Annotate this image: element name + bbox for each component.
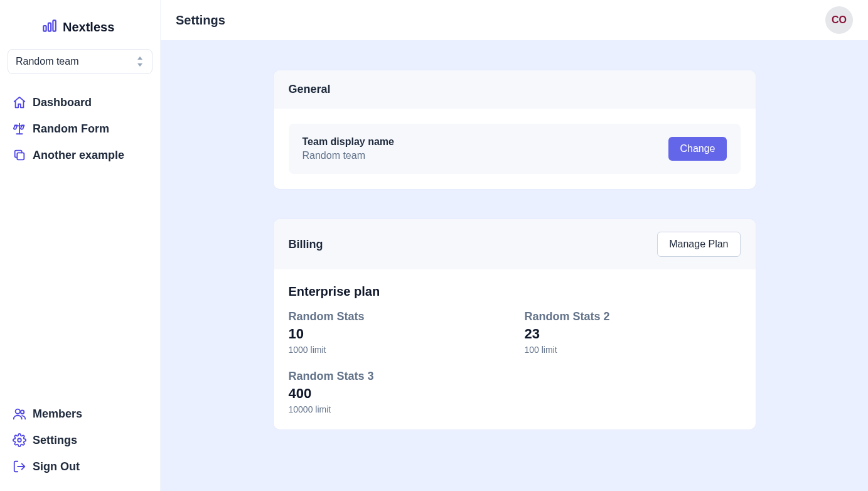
- users-icon: [13, 407, 26, 421]
- stat-name: Random Stats 3: [289, 370, 505, 383]
- svg-point-6: [18, 438, 21, 442]
- svg-rect-1: [48, 23, 51, 31]
- stat-block: Random Stats 10 1000 limit: [289, 310, 505, 355]
- sidebar-item-another-example[interactable]: Another example: [8, 143, 153, 167]
- sidebar-item-label: Dashboard: [33, 96, 92, 109]
- sidebar-item-label: Settings: [33, 434, 77, 447]
- brand-name: Nextless: [63, 20, 114, 35]
- team-display-name-row: Team display name Random team Change: [289, 124, 741, 174]
- team-display-name-label: Team display name: [303, 136, 394, 148]
- stat-limit: 100 limit: [525, 345, 741, 355]
- stat-limit: 1000 limit: [289, 345, 505, 355]
- content-area: General Team display name Random team Ch…: [161, 40, 868, 491]
- svg-rect-0: [43, 26, 46, 31]
- stats-grid: Random Stats 10 1000 limit Random Stats …: [289, 310, 741, 414]
- content-container: General Team display name Random team Ch…: [274, 70, 756, 429]
- billing-card: Billing Manage Plan Enterprise plan Rand…: [274, 219, 756, 429]
- app-root: Nextless Random team Dashboard Random Fo…: [0, 0, 868, 491]
- team-display-name-value: Random team: [303, 150, 394, 161]
- home-icon: [13, 95, 26, 109]
- stat-name: Random Stats 2: [525, 310, 741, 323]
- stat-name: Random Stats: [289, 310, 505, 323]
- billing-card-title: Billing: [289, 238, 323, 251]
- sidebar-item-label: Random Form: [33, 122, 109, 136]
- logout-icon: [13, 460, 26, 473]
- stat-limit: 10000 limit: [289, 404, 505, 414]
- svg-rect-2: [53, 20, 55, 31]
- plan-name: Enterprise plan: [289, 284, 741, 299]
- svg-rect-3: [17, 153, 24, 159]
- sidebar-nav-top: Dashboard Random Form Another example: [8, 90, 153, 167]
- team-selector[interactable]: Random team: [8, 49, 153, 74]
- general-card: General Team display name Random team Ch…: [274, 70, 756, 189]
- brand: Nextless: [8, 15, 153, 49]
- sidebar-item-members[interactable]: Members: [8, 402, 153, 426]
- stat-value: 23: [525, 326, 741, 342]
- general-card-header: General: [274, 70, 756, 109]
- billing-card-body: Enterprise plan Random Stats 10 1000 lim…: [274, 269, 756, 429]
- stat-value: 10: [289, 326, 505, 342]
- sidebar-nav-bottom: Members Settings Sign Out: [8, 402, 153, 478]
- sidebar-item-sign-out[interactable]: Sign Out: [8, 455, 153, 478]
- setting-text: Team display name Random team: [303, 136, 394, 161]
- manage-plan-button[interactable]: Manage Plan: [657, 232, 740, 257]
- general-card-body: Team display name Random team Change: [274, 109, 756, 189]
- change-button[interactable]: Change: [668, 137, 726, 161]
- stat-value: 400: [289, 386, 505, 402]
- sidebar-item-label: Another example: [33, 149, 124, 162]
- chevron-up-down-icon: [136, 57, 144, 66]
- team-selector-value: Random team: [16, 56, 79, 67]
- svg-point-5: [21, 411, 24, 414]
- svg-point-4: [16, 409, 20, 414]
- sidebar-item-dashboard[interactable]: Dashboard: [8, 90, 153, 114]
- main-column: Settings CO General Team display name: [161, 0, 868, 491]
- stat-block: Random Stats 3 400 10000 limit: [289, 370, 505, 414]
- billing-card-header: Billing Manage Plan: [274, 219, 756, 269]
- avatar-initials: CO: [832, 14, 847, 26]
- sidebar-item-settings[interactable]: Settings: [8, 428, 153, 452]
- copy-icon: [13, 148, 26, 162]
- page-title: Settings: [176, 13, 225, 28]
- avatar[interactable]: CO: [825, 6, 853, 34]
- sidebar-item-label: Sign Out: [33, 460, 80, 473]
- general-card-title: General: [289, 83, 331, 96]
- sidebar: Nextless Random team Dashboard Random Fo…: [0, 0, 161, 491]
- topbar: Settings CO: [161, 0, 868, 40]
- scale-icon: [13, 122, 26, 136]
- stat-block: Random Stats 2 23 100 limit: [525, 310, 741, 355]
- bar-chart-icon: [41, 18, 58, 36]
- sidebar-item-random-form[interactable]: Random Form: [8, 117, 153, 141]
- gear-icon: [13, 433, 26, 447]
- sidebar-item-label: Members: [33, 407, 82, 421]
